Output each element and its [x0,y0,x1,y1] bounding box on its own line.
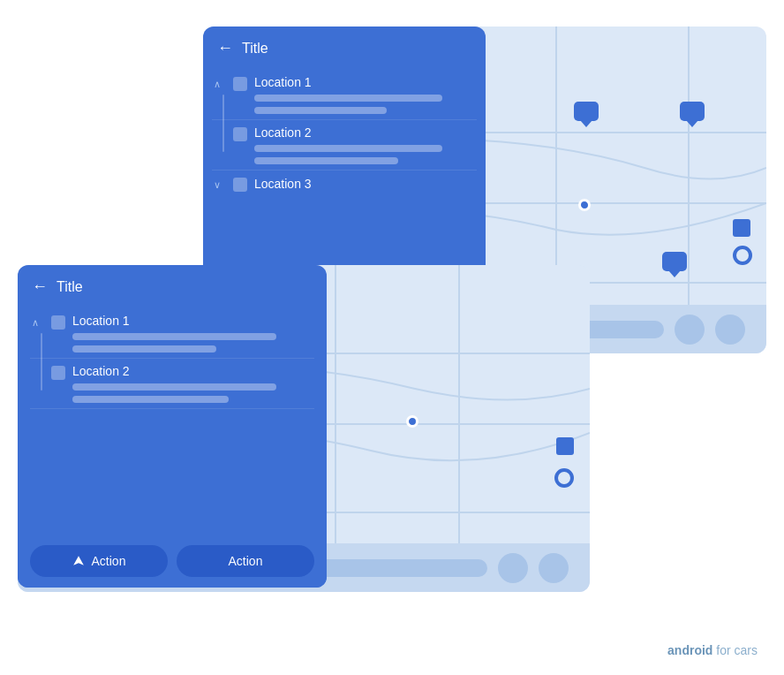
item-content-back-1: Location 1 [254,75,475,114]
nav-circle-right2-front [539,553,569,583]
brand-prefix: android [667,643,712,657]
action-bar-front: Action Action [18,535,327,588]
nav-circle-right1-front [498,553,528,583]
item-title-front-2: Location 2 [72,364,313,378]
brand-suffix: for cars [712,643,758,657]
map-pin-speech-1 [574,102,599,121]
sub-bar-front-1a [72,333,276,340]
item-content-back-2: Location 2 [254,125,475,164]
list-card-front: ← Title ∧ Location 1 Location 2 [18,265,327,588]
item-icon-back-1 [233,77,247,91]
card-back-title: Title [242,41,268,57]
map-pin-speech-3 [662,252,687,271]
list-item-back-3[interactable]: ∨ Location 3 [203,171,486,197]
collapse-icon-back-3: ∨ [214,179,226,191]
brand-text: android for cars [667,643,758,657]
nav-circle-right1-back [675,315,705,345]
side-indicator-front [41,333,42,391]
nav-circle-right2-back [715,315,745,345]
map-pin-square-1 [733,219,750,237]
list-item-front-2[interactable]: Location 2 [21,359,323,408]
sub-bar-back-2b [254,157,398,164]
item-content-back-3: Location 3 [254,176,475,192]
map-dot-front-1 [406,415,418,428]
map-pin-square-front [556,437,574,455]
action-label-1: Action [92,554,126,568]
card-front-title: Title [57,279,83,295]
sub-bar-front-2a [72,383,276,391]
action-button-1[interactable]: Action [30,545,168,577]
item-icon-front-1 [51,315,65,330]
card-back-header: ← Title [203,27,486,70]
map-pin-speech-2 [680,102,705,121]
map-pin-circle-1 [733,246,752,265]
side-indicator-back [222,95,224,152]
map-dot-1 [578,199,591,211]
list-item-front-1[interactable]: ∧ Location 1 [21,308,323,358]
sub-bar-back-1b [254,107,387,114]
map-pin-circle-front [554,468,574,488]
item-title-back-2: Location 2 [254,125,475,140]
card-front-header: ← Title [18,265,327,308]
list-content-front: ∧ Location 1 Location 2 [18,308,327,535]
list-item-back-1[interactable]: ∧ Location 1 [203,70,486,119]
back-arrow-back[interactable]: ← [217,39,233,57]
list-item-front-partial [21,409,323,436]
back-arrow-front[interactable]: ← [32,277,48,296]
collapse-icon-front-1: ∧ [32,317,44,329]
sub-bar-back-1a [254,95,442,102]
action-label-2: Action [229,554,263,568]
sub-bar-back-2a [254,145,442,152]
collapse-icon-back-1: ∧ [214,79,226,90]
nav-icon-1 [72,555,85,567]
item-icon-front-2 [51,366,65,380]
item-icon-back-3 [233,178,247,192]
sub-bar-front-2b [72,396,229,403]
sub-bar-front-1b [72,345,216,353]
item-title-front-1: Location 1 [72,314,313,328]
item-title-back-1: Location 1 [254,75,475,89]
action-button-2[interactable]: Action [177,545,314,577]
item-content-front-1: Location 1 [72,314,313,353]
list-item-back-2[interactable]: Location 2 [203,120,486,170]
item-content-front-2: Location 2 [72,364,313,403]
item-icon-back-2 [233,127,247,141]
item-title-back-3: Location 3 [254,177,312,191]
svg-marker-11 [73,556,84,565]
